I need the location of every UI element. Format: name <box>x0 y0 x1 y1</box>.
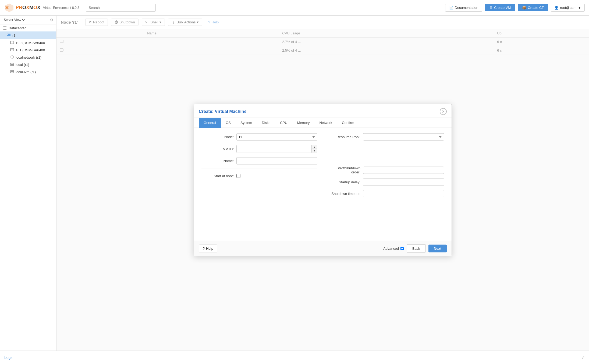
vmid-decrement-button[interactable]: ▼ <box>312 149 317 153</box>
sidebar-item-local-lvm[interactable]: local-lvm (r1) <box>0 68 56 76</box>
tab-system[interactable]: System <box>236 118 257 128</box>
svg-rect-3 <box>7 34 8 35</box>
search-bar[interactable] <box>86 4 156 12</box>
vmid-control: 102 ▲ ▼ <box>236 145 317 153</box>
tab-memory[interactable]: Memory <box>292 118 315 128</box>
vmid-increment-button[interactable]: ▲ <box>312 145 317 149</box>
vmid-input[interactable]: 102 <box>237 145 311 153</box>
content-area: Server View ⚙ ☰ Datacenter r1 100 (DSM-S… <box>0 16 589 351</box>
shutdown-timeout-row: Shutdown timeout: default <box>328 190 444 197</box>
name-input[interactable]: DSM-SA6400-3 <box>236 157 317 165</box>
start-at-boot-checkbox-wrapper <box>236 174 240 178</box>
logs-bar: Logs ⤢ <box>0 351 589 364</box>
tab-disks[interactable]: Disks <box>257 118 275 128</box>
search-input[interactable] <box>86 4 156 12</box>
back-button[interactable]: Back <box>407 244 426 253</box>
vmid-spinbox-buttons: ▲ ▼ <box>311 145 317 153</box>
start-shutdown-order-label: Start/Shutdown order: <box>328 166 360 174</box>
footer-left: ? Help <box>199 245 217 252</box>
tab-network[interactable]: Network <box>315 118 337 128</box>
modal-close-button[interactable]: ✕ <box>440 108 447 115</box>
name-row: Name: DSM-SA6400-3 <box>201 157 317 165</box>
node-control: r1 <box>236 133 317 141</box>
close-icon: ✕ <box>442 109 445 114</box>
startup-delay-control: default <box>363 179 444 186</box>
startup-delay-input[interactable]: default <box>363 179 444 186</box>
app-subtitle: Virtual Environment 8.0.3 <box>43 6 79 10</box>
start-shutdown-order-input[interactable]: any <box>363 166 444 174</box>
tab-cpu[interactable]: CPU <box>275 118 292 128</box>
doc-icon: 📄 <box>449 6 453 10</box>
network-icon <box>10 55 14 60</box>
name-control: DSM-SA6400-3 <box>236 157 317 165</box>
modal-title: Create: Virtual Machine <box>199 109 247 114</box>
sidebar-item-local[interactable]: local (r1) <box>0 61 56 68</box>
modal-footer: ? Help Advanced Back Next <box>194 241 452 256</box>
vm-icon <box>10 41 14 45</box>
name-label: Name: <box>201 159 234 163</box>
form-divider-right <box>328 161 444 161</box>
datacenter-icon: ☰ <box>3 26 7 30</box>
start-at-boot-row: Start at boot: <box>201 174 317 178</box>
shutdown-timeout-control: default <box>363 190 444 197</box>
start-at-boot-control <box>236 174 317 178</box>
vmid-row: VM ID: 102 ▲ ▼ <box>201 145 317 153</box>
form-left: Node: r1 VM ID: 102 <box>201 133 317 202</box>
sidebar: Server View ⚙ ☰ Datacenter r1 100 (DSM-S… <box>0 16 56 351</box>
modal-body: Node: r1 VM ID: 102 <box>194 128 452 241</box>
node-select[interactable]: r1 <box>236 133 317 141</box>
create-vm-icon: 🖥 <box>489 6 493 10</box>
node-label: Node: <box>201 135 234 139</box>
logs-label[interactable]: Logs <box>4 355 12 360</box>
sidebar-item-vm-101[interactable]: 101 (DSM-SA6400 <box>0 47 56 54</box>
startup-delay-label: Startup delay: <box>328 180 360 184</box>
start-at-boot-label: Start at boot: <box>201 174 234 178</box>
svg-rect-6 <box>10 48 14 51</box>
svg-rect-2 <box>7 34 10 36</box>
storage-lvm-icon <box>10 70 14 74</box>
svg-rect-14 <box>10 72 14 73</box>
form-right: Resource Pool: Start/Shutdown orde <box>328 133 444 202</box>
app-name: PROXMOX <box>16 5 40 10</box>
svg-text:✕: ✕ <box>5 5 9 10</box>
user-chevron-icon: ▼ <box>578 6 581 10</box>
sidebar-item-localnetwork[interactable]: localnetwork (r1) <box>0 54 56 61</box>
start-shutdown-order-row: Start/Shutdown order: any <box>328 166 444 174</box>
user-icon: 👤 <box>554 6 559 10</box>
node-row: Node: r1 <box>201 133 317 141</box>
proxmox-logo-icon: ✕ <box>4 3 14 13</box>
gear-icon[interactable]: ⚙ <box>50 18 54 22</box>
help-circle-icon: ? <box>203 247 205 251</box>
create-vm-button[interactable]: 🖥 Create VM <box>485 4 515 11</box>
shutdown-timeout-input[interactable]: default <box>363 190 444 197</box>
tab-os[interactable]: OS <box>221 118 236 128</box>
resource-pool-control <box>363 133 444 141</box>
start-at-boot-checkbox[interactable] <box>236 174 240 178</box>
sidebar-item-vm-100[interactable]: 100 (DSM-SA6400 <box>0 39 56 47</box>
server-view-select[interactable]: Server View <box>3 18 26 22</box>
next-button[interactable]: Next <box>428 245 447 252</box>
top-bar: ✕ PROXMOX Virtual Environment 8.0.3 📄 Do… <box>0 0 589 16</box>
tab-general[interactable]: General <box>199 118 221 128</box>
shutdown-timeout-label: Shutdown timeout: <box>328 192 360 196</box>
advanced-checkbox[interactable] <box>400 247 404 250</box>
documentation-button[interactable]: 📄 Documentation <box>445 4 482 12</box>
tab-confirm[interactable]: Confirm <box>337 118 359 128</box>
user-menu[interactable]: 👤 root@pam ▼ <box>551 4 585 12</box>
svg-rect-13 <box>10 70 14 72</box>
footer-right: Advanced Back Next <box>383 244 447 253</box>
create-ct-button[interactable]: 📦 Create CT <box>518 4 548 11</box>
logs-expand-icon[interactable]: ⤢ <box>581 355 585 360</box>
storage-icon <box>10 62 14 67</box>
logo: ✕ PROXMOX Virtual Environment 8.0.3 <box>4 3 79 13</box>
node-icon <box>6 33 11 38</box>
sidebar-item-datacenter[interactable]: ☰ Datacenter <box>0 24 56 31</box>
vmid-label: VM ID: <box>201 147 234 151</box>
modal-help-button[interactable]: ? Help <box>199 245 217 252</box>
sidebar-item-node-r1[interactable]: r1 <box>0 31 56 39</box>
server-view-header: Server View ⚙ <box>0 16 56 24</box>
resource-pool-select[interactable] <box>363 133 444 141</box>
top-bar-right: 📄 Documentation 🖥 Create VM 📦 Create CT … <box>445 4 585 12</box>
start-shutdown-order-control: any <box>363 166 444 174</box>
modal-header: Create: Virtual Machine ✕ <box>194 104 452 118</box>
